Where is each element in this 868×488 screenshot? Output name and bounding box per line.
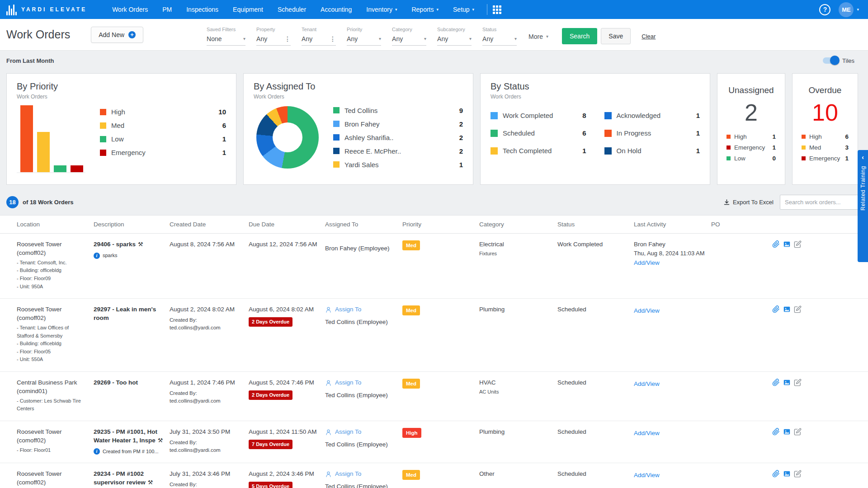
column-header-assigned-to[interactable]: Assigned To: [325, 216, 402, 233]
edit-icon[interactable]: [794, 470, 802, 478]
edit-icon[interactable]: [794, 240, 802, 248]
location-details: - Tenant: Law Offices of Stafford & Some…: [17, 324, 87, 364]
table-row[interactable]: Central Business Park (comind01) - Custo…: [0, 372, 868, 421]
work-order-description[interactable]: 29269 - Too hot: [94, 379, 138, 386]
column-header-due-date[interactable]: Due Date: [249, 216, 325, 233]
add-view-link[interactable]: Add/View: [634, 307, 660, 315]
attachment-icon[interactable]: [772, 240, 780, 248]
photo-icon[interactable]: [783, 470, 791, 478]
column-header-created-date[interactable]: Created Date: [170, 216, 249, 233]
assign-to-link[interactable]: Assign To: [325, 428, 396, 436]
nav-item-reports[interactable]: Reports▾: [404, 0, 446, 19]
attachment-icon[interactable]: [772, 379, 780, 386]
photo-icon[interactable]: [783, 305, 791, 313]
attachment-icon[interactable]: [772, 305, 780, 313]
tiles-toggle[interactable]: Tiles: [823, 57, 854, 64]
nav-item-inventory[interactable]: Inventory▾: [359, 0, 404, 19]
filter-value[interactable]: Any▾: [482, 32, 517, 46]
column-header-status[interactable]: Status: [557, 216, 634, 233]
filter-category[interactable]: CategoryAny▾: [392, 27, 426, 46]
nav-item-pm[interactable]: PM: [155, 0, 179, 19]
add-view-link[interactable]: Add/View: [634, 471, 660, 480]
filter-subcategory[interactable]: SubcategoryAny▾: [437, 27, 472, 46]
attachment-icon[interactable]: [772, 470, 780, 478]
table-row[interactable]: Roosevelt Tower (comoff02) - Tenant: Com…: [0, 234, 868, 299]
column-header-po[interactable]: PO: [711, 216, 752, 233]
filter-saved-filters[interactable]: Saved FiltersNone▾: [207, 27, 245, 46]
legend-item: Ted Collins9: [333, 107, 463, 114]
priority-badge: Med: [402, 379, 420, 389]
table-row[interactable]: Roosevelt Tower (comoff02) 29234 - PM #1…: [0, 463, 868, 488]
nav-item-equipment[interactable]: Equipment: [226, 0, 270, 19]
filter-value[interactable]: None▾: [207, 32, 245, 46]
filter-status[interactable]: StatusAny▾: [482, 27, 517, 46]
category-cell: Plumbing: [479, 299, 557, 371]
search-button[interactable]: Search: [562, 28, 597, 44]
column-header-priority[interactable]: Priority: [402, 216, 479, 233]
filter-value[interactable]: Any⋮: [302, 32, 336, 46]
filter-property[interactable]: PropertyAny⋮: [256, 27, 291, 46]
work-order-description[interactable]: 29235 - PM #1001, Hot Water Heater 1, In…: [94, 428, 157, 444]
filter-value[interactable]: Any▾: [437, 32, 472, 46]
work-order-description[interactable]: 29297 - Leak in men's room: [94, 306, 156, 321]
filter-value[interactable]: Any⋮: [256, 32, 291, 46]
toggle-track[interactable]: [823, 57, 838, 64]
assign-to-link[interactable]: Assign To: [325, 470, 396, 479]
add-view-link[interactable]: Add/View: [634, 380, 660, 389]
description-cell: 29406 - sparks⚒ isparks: [94, 234, 170, 298]
work-order-description[interactable]: 29406 - sparks: [94, 241, 136, 248]
filter-value[interactable]: Any▾: [347, 32, 381, 46]
nav-item-work-orders[interactable]: Work Orders: [105, 0, 155, 19]
photo-icon[interactable]: [783, 240, 791, 248]
nav-item-accounting[interactable]: Accounting: [313, 0, 359, 19]
related-training-tab[interactable]: ‹ Related Training: [858, 150, 868, 262]
chevron-left-icon: ‹: [862, 154, 864, 160]
add-view-link[interactable]: Add/View: [634, 259, 660, 267]
column-header-location[interactable]: Location: [17, 216, 94, 233]
avatar[interactable]: ME: [839, 2, 854, 17]
column-header-category[interactable]: Category: [479, 216, 557, 233]
card-title: Unassigned: [723, 85, 779, 95]
brand: YARDI ELEVATE: [6, 4, 87, 15]
save-button[interactable]: Save: [601, 28, 631, 44]
add-view-link[interactable]: Add/View: [634, 429, 660, 438]
legend-swatch: [100, 136, 106, 142]
edit-icon[interactable]: [794, 379, 802, 386]
location-details: - Customer: Les Schwab Tire Centers: [17, 397, 87, 413]
bar-high: [20, 105, 33, 172]
by-status-card: By Status Work Orders Work Completed8Sch…: [480, 73, 710, 185]
tools-icon: ⚒: [138, 241, 143, 248]
filter-priority[interactable]: PriorityAny▾: [347, 27, 381, 46]
photo-icon[interactable]: [783, 379, 791, 386]
column-header-last-activity[interactable]: Last Activity: [634, 216, 711, 233]
add-new-button[interactable]: Add New +: [91, 27, 143, 43]
edit-icon[interactable]: [794, 428, 802, 436]
help-icon[interactable]: ?: [819, 4, 830, 15]
assign-to-link[interactable]: Assign To: [325, 379, 396, 387]
nav-item-inspections[interactable]: Inspections: [179, 0, 226, 19]
filter-tenant[interactable]: TenantAny⋮: [302, 27, 336, 46]
due-date-cell: August 2, 2024 3:46 PM 5 Days Overdue: [249, 463, 325, 488]
assigned-to-cell: Bron Fahey (Employee): [325, 234, 402, 298]
po-cell: [711, 299, 752, 371]
app-grid-icon[interactable]: [493, 5, 501, 14]
edit-icon[interactable]: [794, 305, 802, 313]
search-work-orders-input[interactable]: [780, 195, 861, 210]
column-header-description[interactable]: Description: [94, 216, 170, 233]
user-menu[interactable]: ME ▾: [839, 2, 859, 17]
work-order-description[interactable]: 29234 - PM #1002 supervisor review: [94, 470, 146, 486]
more-filters-button[interactable]: More ▾: [528, 29, 548, 40]
priority-bar-chart: [17, 105, 85, 173]
photo-icon[interactable]: [783, 428, 791, 436]
filter-value[interactable]: Any▾: [392, 32, 426, 46]
nav-item-setup[interactable]: Setup▾: [446, 0, 481, 19]
table-row[interactable]: Roosevelt Tower (comoff02) - Floor: Floo…: [0, 421, 868, 463]
export-to-excel-button[interactable]: Export To Excel: [723, 199, 774, 206]
toggle-knob[interactable]: [830, 56, 840, 65]
legend-swatch: [333, 148, 340, 154]
nav-item-scheduler[interactable]: Scheduler: [270, 0, 313, 19]
attachment-icon[interactable]: [772, 428, 780, 436]
clear-link[interactable]: Clear: [642, 33, 656, 40]
table-row[interactable]: Roosevelt Tower (comoff02) - Tenant: Law…: [0, 299, 868, 372]
assign-to-link[interactable]: Assign To: [325, 305, 396, 314]
